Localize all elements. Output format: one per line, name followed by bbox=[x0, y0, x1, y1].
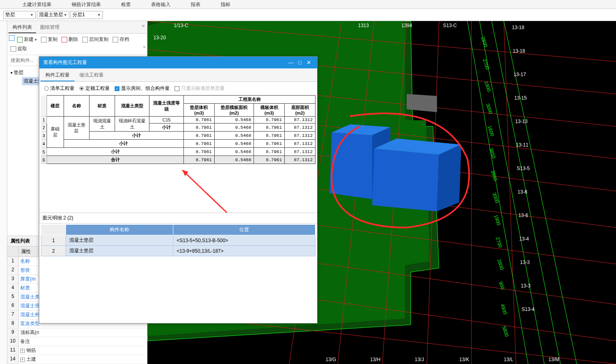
svg-text:13/M: 13/M bbox=[548, 357, 559, 362]
radio-quota-qty[interactable]: 定额工程量 bbox=[79, 85, 110, 92]
new-button[interactable]: 新建 ▾ bbox=[15, 35, 38, 44]
svg-text:13-15: 13-15 bbox=[514, 95, 527, 101]
property-row[interactable]: 9顶标高(n bbox=[7, 328, 147, 337]
tab-indicator[interactable]: 指标 bbox=[211, 0, 241, 9]
svg-text:2700: 2700 bbox=[482, 58, 490, 70]
svg-text:13-18: 13-18 bbox=[513, 48, 525, 54]
svg-text:1313: 1313 bbox=[358, 23, 369, 28]
svg-text:13/H: 13/H bbox=[370, 357, 380, 362]
table-row[interactable]: 5小计8.79610.54688.796187.1312 bbox=[41, 148, 315, 156]
svg-text:2700: 2700 bbox=[495, 236, 503, 249]
svg-text:13-18: 13-18 bbox=[512, 25, 524, 30]
svg-text:S13-C: S13-C bbox=[443, 23, 457, 28]
tab-method-qty[interactable]: 做法工程量 bbox=[75, 70, 109, 81]
property-row[interactable]: 14+土建 bbox=[7, 355, 147, 364]
chevron-down-icon: ▼ bbox=[30, 13, 34, 17]
annotation-arrow bbox=[176, 166, 233, 219]
blue-block-2 bbox=[372, 138, 461, 211]
tab-construction-result[interactable]: 土建计算结果 bbox=[12, 0, 62, 9]
layer-dropdown[interactable]: 分层1▼ bbox=[70, 11, 103, 19]
floor-copy-button[interactable]: 层间复制 bbox=[81, 35, 110, 44]
quantity-dialog: 查看构件图元工程量 — □ ✕ 构件工程量 做法工程量 清单工程量 定额工程量 … bbox=[39, 56, 318, 324]
svg-text:13-6: 13-6 bbox=[518, 213, 528, 218]
svg-text:13-20: 13-20 bbox=[153, 35, 166, 40]
dialog-titlebar[interactable]: 查看构件图元工程量 — □ ✕ bbox=[39, 57, 317, 68]
dropdown-bar: 垫层▼ 混凝土垫层▼ 分层1▼ bbox=[0, 9, 616, 21]
detail-title: 图元明细 2 (2) bbox=[39, 213, 317, 224]
table-row[interactable]: 1 基础层 混凝土垫层 现浇混凝土 现浇碎石混凝土 C15 8.79610.54… bbox=[41, 117, 315, 123]
archive-button[interactable]: 存档 bbox=[111, 35, 131, 44]
svg-text:S13-5: S13-5 bbox=[517, 166, 530, 171]
property-row[interactable]: 11+钢筋 bbox=[7, 346, 147, 355]
tab-check[interactable]: 检查 bbox=[111, 0, 141, 9]
svg-text:5800: 5800 bbox=[501, 326, 510, 338]
tab-component-qty[interactable]: 构件工程量 bbox=[40, 70, 75, 81]
svg-text:2800: 2800 bbox=[496, 259, 505, 271]
tab-rebar-result[interactable]: 钢筋计算结果 bbox=[62, 0, 111, 9]
svg-line-68 bbox=[182, 170, 227, 213]
dialog-options: 清单工程量 定额工程量 显示房间、组合构件量 只显示标准层单层量 bbox=[39, 82, 317, 95]
chevron-down-icon: ▼ bbox=[64, 13, 67, 17]
svg-text:13-8: 13-8 bbox=[518, 189, 527, 195]
maximize-icon[interactable]: □ bbox=[295, 60, 304, 66]
copy-button[interactable]: 复制 bbox=[39, 35, 59, 44]
top-tab-bar: 土建计算结果 钢筋计算结果 检查 表格输入 报表 指标 bbox=[0, 0, 616, 9]
svg-text:13-3: 13-3 bbox=[521, 283, 531, 289]
check-std-only[interactable]: 只显示标准层单层量 bbox=[175, 85, 225, 92]
radio-list-qty[interactable]: 清单工程量 bbox=[44, 85, 75, 92]
tab-component-list[interactable]: 构件列表 bbox=[9, 22, 36, 33]
svg-text:13/G: 13/G bbox=[326, 357, 336, 362]
detail-row[interactable]: 1混凝土垫层<S13-5+50,S13-B-500> bbox=[41, 235, 315, 246]
close-icon[interactable]: ✕ bbox=[304, 60, 313, 66]
svg-text:1/13-C: 1/13-C bbox=[174, 23, 188, 28]
svg-marker-23 bbox=[330, 132, 372, 199]
table-row[interactable]: 4小计8.79610.54688.796187.1312 bbox=[41, 140, 315, 148]
svg-text:3950: 3950 bbox=[490, 170, 499, 182]
close-icon[interactable]: × bbox=[142, 23, 145, 29]
delete-button[interactable]: 删除 bbox=[60, 35, 80, 44]
detail-row[interactable]: 2混凝土垫层<13-9+850,13/L-187> bbox=[41, 246, 315, 256]
tab-report[interactable]: 报表 bbox=[181, 0, 211, 9]
left-panel-tabs: 构件列表 图纸管理 × bbox=[7, 21, 147, 34]
property-row[interactable]: 10备注 bbox=[7, 337, 147, 346]
check-show-room[interactable]: 显示房间、组合构件量 bbox=[115, 85, 170, 92]
dialog-tabs: 构件工程量 做法工程量 bbox=[39, 68, 317, 82]
svg-marker-22 bbox=[407, 94, 437, 112]
svg-marker-28 bbox=[437, 145, 461, 211]
tab-drawing-mgmt[interactable]: 图纸管理 bbox=[36, 22, 64, 33]
svg-text:13/L: 13/L bbox=[504, 357, 514, 362]
svg-text:3850: 3850 bbox=[488, 147, 497, 160]
component-toolbar: 新建 ▾ 复制 删除 层间复制 存档 提取 » bbox=[7, 34, 147, 55]
svg-marker-69 bbox=[182, 170, 188, 176]
svg-text:13/K: 13/K bbox=[459, 357, 469, 362]
extract-button[interactable]: 提取 bbox=[9, 45, 29, 53]
table-row-total[interactable]: 6合计8.79610.54688.796187.1312 bbox=[41, 156, 315, 164]
svg-text:3000: 3000 bbox=[491, 192, 500, 204]
svg-text:13-13: 13-13 bbox=[515, 119, 528, 124]
quantity-table: 楼层 名称 材质 混凝土类型 混凝土强度等级 工程里名称 垫层体积(m3)垫层模… bbox=[41, 95, 315, 164]
svg-text:13-11: 13-11 bbox=[516, 142, 529, 148]
svg-text:13-17: 13-17 bbox=[514, 72, 526, 77]
svg-text:1394: 1394 bbox=[401, 23, 412, 28]
category-dropdown[interactable]: 垫层▼ bbox=[3, 11, 36, 19]
svg-text:2800: 2800 bbox=[480, 36, 489, 48]
svg-text:S13-4: S13-4 bbox=[522, 307, 535, 312]
chevron-down-icon: ▼ bbox=[97, 13, 101, 17]
minimize-icon[interactable]: — bbox=[286, 60, 295, 66]
dialog-title: 查看构件图元工程量 bbox=[43, 59, 286, 66]
svg-text:13-4: 13-4 bbox=[519, 236, 529, 242]
type-dropdown[interactable]: 混凝土垫层▼ bbox=[37, 11, 69, 19]
tab-table-input[interactable]: 表格输入 bbox=[141, 0, 181, 9]
svg-text:1900: 1900 bbox=[493, 214, 502, 226]
svg-text:13-3: 13-3 bbox=[520, 260, 530, 265]
svg-text:1900: 1900 bbox=[483, 81, 492, 93]
svg-marker-26 bbox=[372, 149, 439, 211]
tool-icon[interactable] bbox=[9, 35, 15, 41]
svg-text:13/J: 13/J bbox=[415, 357, 424, 362]
svg-line-19 bbox=[480, 21, 544, 364]
detail-table: 构件名称位置 1混凝土垫层<S13-5+50,S13-B-500> 2混凝土垫层… bbox=[41, 224, 315, 256]
svg-text:4900: 4900 bbox=[499, 303, 508, 315]
